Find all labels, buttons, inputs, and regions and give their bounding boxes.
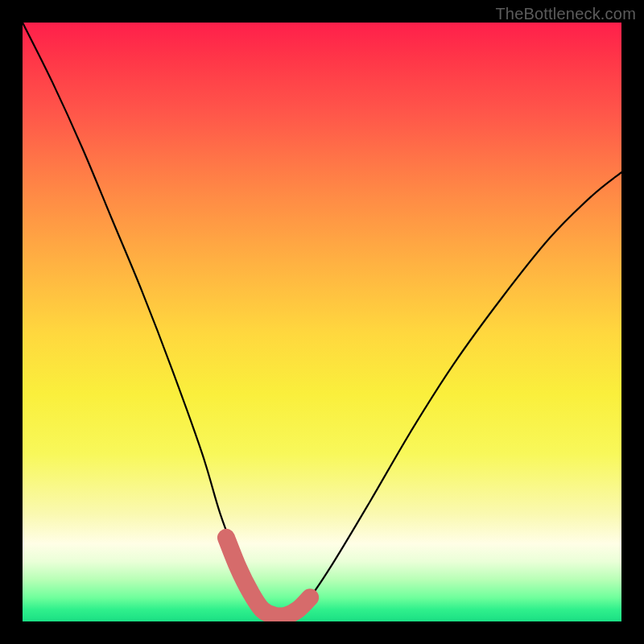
plot-area [23, 23, 621, 621]
recommended-range-marker [23, 23, 621, 621]
chart-frame: TheBottleneck.com [0, 0, 644, 644]
watermark-text: TheBottleneck.com [495, 5, 636, 23]
